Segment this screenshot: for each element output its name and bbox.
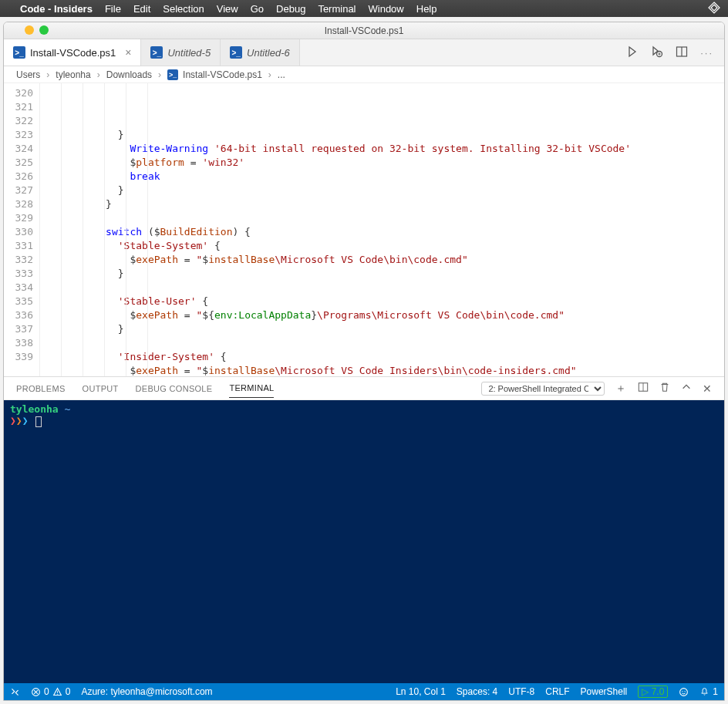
- menu-window[interactable]: Window: [369, 3, 404, 15]
- zoom-window-icon[interactable]: [39, 25, 49, 35]
- tab-label: Untitled-6: [247, 47, 290, 59]
- crumb[interactable]: Install-VSCode.ps1: [183, 69, 262, 80]
- kill-terminal-icon[interactable]: [659, 382, 670, 395]
- terminal-cursor: [35, 416, 42, 427]
- code-editor[interactable]: 3203213223233243253263273283293303313323…: [4, 83, 724, 376]
- indentation-status[interactable]: Spaces: 4: [457, 686, 497, 697]
- terminal-user: tyleonha: [10, 403, 59, 415]
- crumb[interactable]: tyleonha: [56, 69, 90, 80]
- vscode-window: Install-VSCode.ps1 >_ Install-VSCode.ps1…: [3, 22, 725, 701]
- powershell-version[interactable]: ▷ 7.0: [638, 685, 668, 698]
- menu-selection[interactable]: Selection: [163, 3, 204, 15]
- menu-file[interactable]: File: [105, 3, 121, 15]
- app-name[interactable]: Code - Insiders: [20, 3, 93, 15]
- editor-tab-untitled6[interactable]: >_ Untitled-6: [221, 39, 300, 66]
- notifications-icon[interactable]: 1: [699, 686, 718, 697]
- panel-tab-debug-console[interactable]: DEBUG CONSOLE: [136, 379, 213, 398]
- terminal-path: ~: [64, 403, 70, 415]
- line-number-gutter: 3203213223233243253263273283293303313323…: [4, 83, 39, 376]
- svg-point-9: [682, 691, 683, 692]
- language-mode[interactable]: PowerShell: [581, 686, 628, 697]
- editor-tabs: >_ Install-VSCode.ps1 × >_ Untitled-5 >_…: [4, 39, 724, 66]
- window-title: Install-VSCode.ps1: [325, 25, 404, 36]
- tab-label: Untitled-5: [167, 47, 211, 59]
- menubar-extras-icon[interactable]: [708, 2, 720, 16]
- code-content[interactable]: } Write-Warning '64-bit install requeste…: [39, 83, 724, 376]
- minimize-window-icon[interactable]: [25, 25, 34, 35]
- editor-tab-install-vscode[interactable]: >_ Install-VSCode.ps1 ×: [4, 39, 141, 66]
- run-debug-icon[interactable]: [651, 45, 663, 60]
- panel: PROBLEMS OUTPUT DEBUG CONSOLE TERMINAL 2…: [4, 376, 724, 683]
- menu-go[interactable]: Go: [251, 3, 264, 15]
- eol-status[interactable]: CRLF: [545, 686, 569, 697]
- panel-tabs: PROBLEMS OUTPUT DEBUG CONSOLE TERMINAL 2…: [4, 377, 724, 400]
- panel-tab-output[interactable]: OUTPUT: [83, 379, 119, 398]
- more-actions-icon[interactable]: ···: [700, 47, 713, 59]
- collapse-panel-icon[interactable]: [681, 382, 692, 395]
- run-icon[interactable]: [626, 45, 639, 60]
- powershell-file-icon: >_: [150, 46, 163, 59]
- mac-menubar: Code - Insiders File Edit Selection View…: [0, 0, 728, 17]
- editor-tab-untitled5[interactable]: >_ Untitled-5: [141, 39, 221, 66]
- powershell-file-icon: >_: [230, 46, 242, 59]
- new-terminal-icon[interactable]: ＋: [615, 382, 626, 396]
- close-window-icon[interactable]: [10, 25, 19, 35]
- tab-label: Install-VSCode.ps1: [30, 47, 116, 59]
- status-bar: 0 0 Azure: tyleonha@microsoft.com Ln 10,…: [4, 683, 724, 700]
- crumb[interactable]: Downloads: [106, 69, 152, 80]
- crumb[interactable]: Users: [16, 69, 40, 80]
- powershell-file-icon: >_: [13, 46, 25, 59]
- cursor-position[interactable]: Ln 10, Col 1: [396, 686, 446, 697]
- feedback-icon[interactable]: [679, 687, 689, 697]
- menu-debug[interactable]: Debug: [276, 3, 305, 15]
- terminal-selector[interactable]: 2: PowerShell Integrated Con: [481, 382, 605, 396]
- breadcrumb[interactable]: Users tyleonha Downloads >_ Install-VSCo…: [4, 66, 724, 83]
- svg-point-7: [57, 694, 58, 695]
- split-terminal-icon[interactable]: [638, 382, 649, 395]
- menu-terminal[interactable]: Terminal: [318, 3, 356, 15]
- azure-account[interactable]: Azure: tyleonha@microsoft.com: [81, 686, 212, 697]
- svg-point-10: [685, 691, 686, 692]
- terminal-body[interactable]: tyleonha ~ ❯❯❯: [4, 400, 724, 683]
- encoding-status[interactable]: UTF-8: [508, 686, 534, 697]
- menu-edit[interactable]: Edit: [133, 3, 150, 15]
- panel-tab-problems[interactable]: PROBLEMS: [16, 379, 66, 398]
- crumb[interactable]: ...: [278, 69, 285, 80]
- terminal-prompt-icon: ❯❯❯: [10, 415, 28, 426]
- svg-point-8: [680, 688, 688, 696]
- remote-indicator[interactable]: [10, 687, 20, 697]
- menu-view[interactable]: View: [217, 3, 238, 15]
- menu-help[interactable]: Help: [416, 3, 437, 15]
- close-panel-icon[interactable]: ✕: [703, 382, 712, 395]
- window-titlebar[interactable]: Install-VSCode.ps1: [4, 22, 724, 39]
- powershell-file-icon: >_: [167, 69, 178, 80]
- close-tab-icon[interactable]: ×: [125, 46, 131, 59]
- split-editor-icon[interactable]: [676, 45, 688, 60]
- problems-status[interactable]: 0 0: [31, 686, 70, 697]
- panel-tab-terminal[interactable]: TERMINAL: [229, 379, 274, 398]
